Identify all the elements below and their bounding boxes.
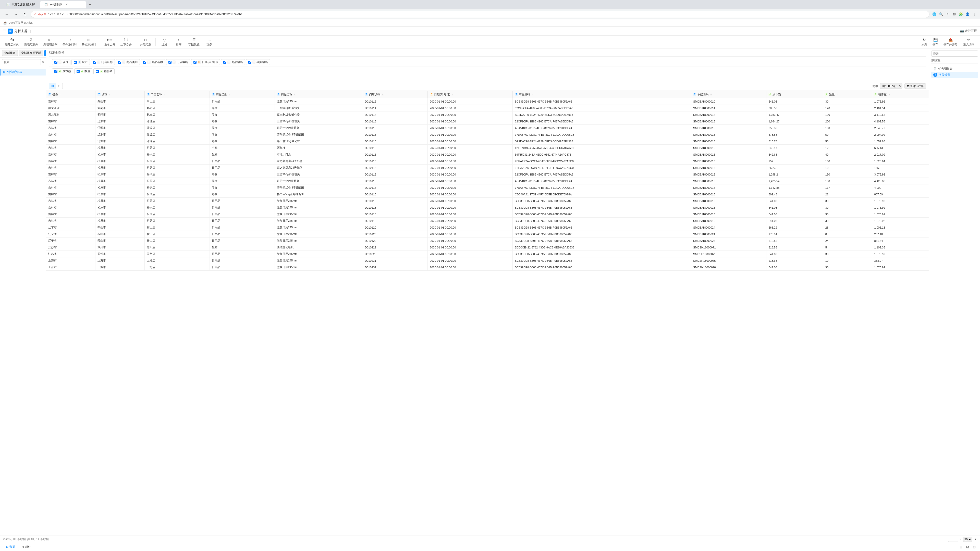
field-product-name[interactable]: T 商品名称 [141, 59, 165, 65]
field-product-code-checkbox[interactable] [223, 61, 226, 64]
bookmark-list-icon[interactable]: ⊟ [951, 11, 957, 17]
col-product-cat[interactable]: T 商品类别 ⇅ [210, 91, 275, 98]
sidebar-item-sales[interactable]: ⊞ 销售明细表 [0, 68, 46, 76]
col-product-name[interactable]: T 商品名称 ⇅ [275, 91, 363, 98]
sort-sales-icon[interactable]: ⇅ [888, 93, 890, 96]
search-clear-icon[interactable]: ✕ [42, 60, 45, 64]
back-button[interactable]: ← [3, 11, 10, 18]
field-store-code-checkbox[interactable] [169, 61, 172, 64]
condition-button[interactable]: T↑ 条件系列列 [60, 37, 79, 48]
bottom-icon-1[interactable]: ⊟ [958, 545, 964, 550]
field-date[interactable]: D 日期(年月日) [191, 59, 220, 65]
align-up-button[interactable]: ⇑⇓ 上下合并 [118, 37, 134, 48]
col-date[interactable]: D 日期(年月日) ⇅ [428, 91, 513, 98]
panel-item-source[interactable]: 📋 销售明细表 [931, 66, 978, 72]
sort-product-icon[interactable]: ⇅ [294, 93, 296, 96]
field-store-name-checkbox[interactable] [93, 61, 96, 64]
page-input[interactable]: 1 [948, 537, 958, 542]
new-tab-button[interactable]: + [87, 2, 93, 8]
sort-store-icon[interactable]: ⇅ [164, 93, 165, 96]
sort-date-icon[interactable]: ⇅ [452, 93, 454, 96]
panel-item-field-settings[interactable]: 字 字段设置 [931, 72, 978, 78]
address-bar[interactable]: ⚠ 不安全 192.168.171.80:8080/finebi/decisio… [30, 11, 929, 18]
save-all-open-button[interactable]: 全部保存并更新 [19, 50, 43, 56]
field-sales[interactable]: # 销售额 [94, 68, 115, 74]
new-formula-button[interactable]: fx 新建公式列 [3, 37, 21, 48]
field-product-code[interactable]: T 商品编码 [221, 59, 245, 65]
col-product-code[interactable]: T 商品编码 ⇅ [513, 91, 691, 98]
col-store-name[interactable]: T 门店名称 ⇅ [145, 91, 210, 98]
calc-button[interactable]: 数据进行计算 [904, 83, 926, 89]
page-size-select[interactable]: 50 [963, 537, 972, 542]
group-summary-button[interactable]: ⊡ 分组汇总 [138, 37, 153, 48]
field-unit-code[interactable]: T 单据编码 [246, 59, 270, 65]
search-nav-icon[interactable]: 🔍 [938, 11, 944, 17]
col-sales[interactable]: # 销售额 ⇅ [872, 91, 929, 98]
new-summary-button[interactable]: Σ 新增汇总列 [22, 37, 40, 48]
field-city-checkbox[interactable] [74, 61, 77, 64]
field-date-checkbox[interactable] [193, 61, 197, 64]
translate-icon[interactable]: 🌐 [932, 11, 937, 17]
field-store-name[interactable]: T 门店名称 [91, 59, 115, 65]
tab-ecommerce[interactable]: 📊 电商618数据大屏 [2, 1, 39, 8]
col-store-code[interactable]: T 门店编码 ⇅ [363, 91, 428, 98]
field-province-checkbox[interactable] [54, 61, 57, 64]
col-province[interactable]: T 省份 ⇅ [46, 91, 95, 98]
profile-icon[interactable]: 👤 [965, 11, 970, 17]
field-store-code[interactable]: T 门店编码 [166, 59, 190, 65]
save-all-button[interactable]: 全部保存 [2, 50, 18, 56]
new-group-button[interactable]: A→ 新增细分列 [41, 37, 59, 48]
sort-city-icon[interactable]: ⇅ [109, 93, 111, 96]
menu-toggle-icon[interactable]: ☰ [3, 29, 6, 33]
field-cost[interactable]: # 成本额 [52, 68, 73, 74]
refresh-button[interactable]: ↻ 刷新 [919, 37, 929, 48]
sort-province-icon[interactable]: ⇅ [59, 93, 62, 96]
filter-button[interactable]: ▽ 过滤 [158, 37, 171, 48]
bottom-icon-3[interactable]: ⊡ [971, 545, 977, 550]
data-table-wrapper[interactable]: T 省份 ⇅ T 城市 ⇅ [46, 91, 929, 535]
save-button[interactable]: 💾 保存 [931, 37, 940, 48]
field-cost-checkbox[interactable] [54, 70, 57, 73]
rows-select[interactable]: 前1000万行 [880, 83, 902, 89]
sort-scode-icon[interactable]: ⇅ [382, 93, 384, 96]
sort-pcode-icon[interactable]: ⇅ [531, 93, 534, 96]
extensions-icon[interactable]: 🧩 [958, 11, 964, 17]
refresh-nav-button[interactable]: ↻ [21, 11, 29, 18]
col-unit-code[interactable]: T 单据编码 ⇅ [691, 91, 767, 98]
field-settings-button[interactable]: ☰ 字段设置 [186, 37, 202, 48]
resize-handle[interactable]: ⋯ [486, 78, 489, 81]
field-unit-code-checkbox[interactable] [248, 61, 251, 64]
more-button[interactable]: … 更多 [203, 37, 216, 48]
menu-icon[interactable]: ⋮ [971, 11, 977, 17]
list-view-button[interactable]: ⊟ [56, 83, 62, 89]
sort-qty-icon[interactable]: ⇅ [836, 93, 838, 96]
align-left-button[interactable]: ⇐⇒ 左右合并 [102, 37, 118, 48]
field-city[interactable]: T 城市 [72, 59, 90, 65]
table-view-button[interactable]: ⊞ [49, 83, 56, 89]
field-product-cat[interactable]: T 商品类别 [116, 59, 140, 65]
tab-component[interactable]: ◈ 组件 [19, 544, 34, 550]
col-cost[interactable]: # 成本额 ⇅ [767, 91, 823, 98]
forward-button[interactable]: → [12, 11, 19, 18]
bottom-icon-2[interactable]: ⊠ [965, 545, 970, 550]
col-city[interactable]: T 城市 ⇅ [95, 91, 145, 98]
sort-ucode-icon[interactable]: ⇅ [710, 93, 712, 96]
field-quantity-checkbox[interactable] [76, 70, 80, 73]
sort-cost-icon[interactable]: ⇅ [783, 93, 784, 96]
other-add-button[interactable]: ⊞ 其他添加列 [80, 37, 98, 48]
field-product-cat-checkbox[interactable] [118, 61, 121, 64]
field-product-name-checkbox[interactable] [143, 61, 146, 64]
chevron-down-icon[interactable]: ▼ [974, 538, 977, 541]
sidebar-search-input[interactable] [2, 59, 41, 65]
sort-button[interactable]: ↕ 排序 [172, 37, 185, 48]
tab-data[interactable]: ⊞ 数据 [3, 544, 18, 550]
field-sales-checkbox[interactable] [96, 70, 99, 73]
field-select-all[interactable]: 取消全选择 [49, 51, 64, 54]
bookmark-star-icon[interactable]: ☆ [945, 11, 950, 17]
tab-analysis[interactable]: 📋 分析主题 ✕ [40, 1, 86, 8]
enter-edit-button[interactable]: ✏ 进入编辑 [961, 37, 977, 48]
field-quantity[interactable]: # 数量 [74, 68, 93, 74]
col-quantity[interactable]: # 数量 ⇅ [823, 91, 872, 98]
save-open-button[interactable]: 📤 保存并开启 [941, 37, 959, 48]
sort-cat-icon[interactable]: ⇅ [229, 93, 231, 96]
